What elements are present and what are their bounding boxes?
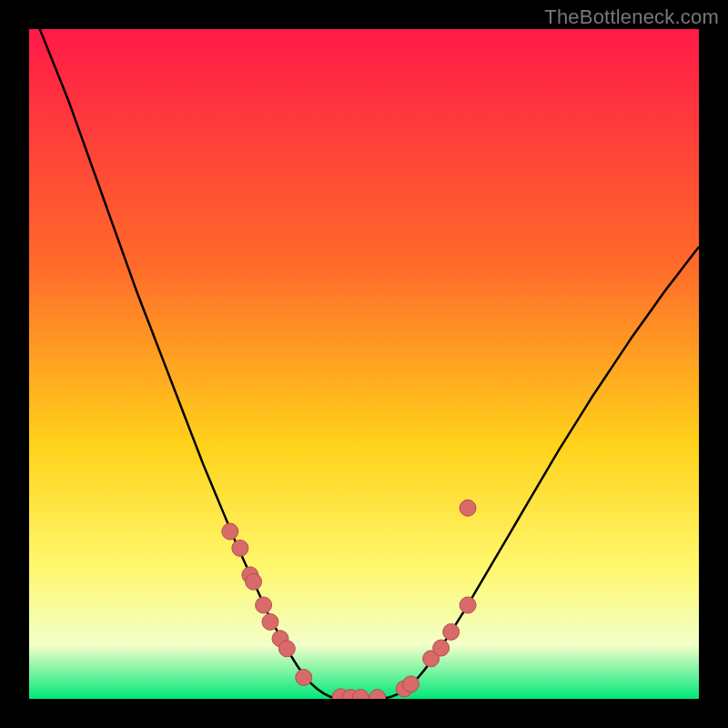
data-marker [403, 676, 420, 693]
data-marker [232, 540, 248, 556]
data-marker [256, 597, 272, 613]
data-marker [443, 623, 460, 640]
data-marker [262, 613, 278, 630]
data-marker [222, 523, 238, 540]
chart-svg [29, 29, 699, 699]
plot-area [29, 29, 699, 699]
data-marker [246, 573, 262, 590]
data-marker [278, 641, 295, 657]
data-marker [296, 669, 312, 685]
chart-frame: TheBottleneck.com [0, 0, 728, 728]
data-marker [460, 597, 476, 613]
data-marker [460, 500, 476, 516]
data-marker [433, 640, 450, 656]
attribution-text: TheBottleneck.com [544, 5, 719, 29]
gradient-background [29, 29, 699, 699]
